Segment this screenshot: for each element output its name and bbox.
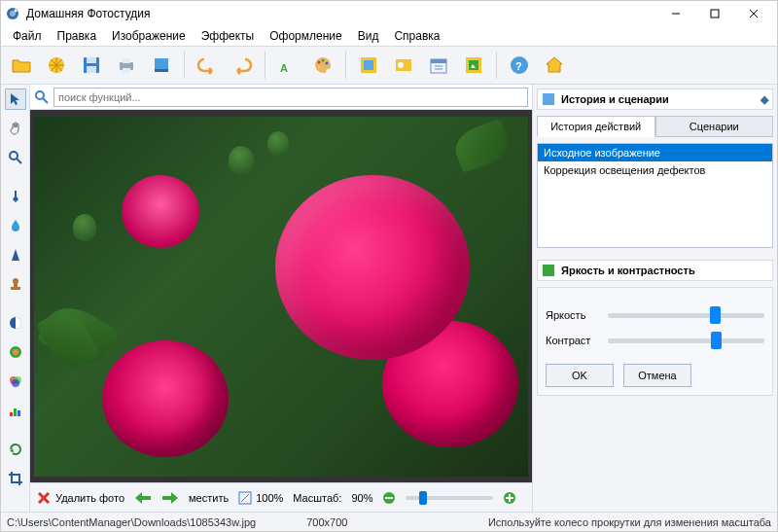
save-button[interactable]	[75, 49, 108, 82]
brush-tool[interactable]	[5, 186, 26, 207]
bottom-bar: Удалить фото местить 100% Масштаб: 90%	[30, 482, 532, 512]
search-input[interactable]	[53, 88, 528, 107]
svg-rect-64	[543, 93, 554, 105]
svg-rect-65	[543, 265, 554, 276]
next-button[interactable]	[161, 491, 179, 505]
menubar: Файл Правка Изображение Эффекты Оформлен…	[1, 26, 777, 46]
menu-file[interactable]: Файл	[5, 27, 50, 45]
brightness-icon	[542, 264, 555, 277]
rotate-tool[interactable]	[5, 439, 26, 460]
svg-marker-56	[162, 492, 178, 504]
levels-tool[interactable]	[5, 400, 26, 421]
effects-button[interactable]	[387, 49, 420, 82]
drop-tool[interactable]	[5, 215, 26, 236]
tab-history[interactable]: История действий	[537, 116, 655, 137]
text-button[interactable]: A	[271, 49, 304, 82]
maximize-button[interactable]	[695, 2, 734, 25]
zoom-out-button[interactable]	[382, 491, 396, 505]
menu-edit[interactable]: Правка	[50, 27, 105, 45]
history-tabs: История действий Сценарии	[537, 116, 773, 137]
workarea: Удалить фото местить 100% Масштаб: 90% И…	[1, 85, 777, 512]
brightness-slider[interactable]	[608, 313, 764, 318]
bc-title: Яркость и контрастность	[561, 265, 695, 276]
ok-button[interactable]: OK	[546, 364, 614, 387]
svg-point-2	[15, 10, 18, 13]
fit-button[interactable]: 100%	[238, 491, 283, 505]
menu-effects[interactable]: Эффекты	[194, 27, 263, 45]
menu-help[interactable]: Справка	[386, 27, 447, 45]
toolbar-divider	[184, 52, 185, 79]
print-button[interactable]	[110, 49, 143, 82]
center-area: Удалить фото местить 100% Масштаб: 90%	[30, 85, 532, 512]
brightness-contrast-panel: Яркость Контраст OK Отмена	[537, 287, 773, 396]
toolbar-divider	[265, 52, 265, 79]
delete-label: Удалить фото	[55, 492, 124, 504]
menu-design[interactable]: Оформление	[262, 27, 349, 45]
export-button[interactable]	[145, 49, 178, 82]
svg-marker-34	[547, 57, 562, 72]
svg-rect-10	[87, 66, 96, 73]
canvas[interactable]	[30, 110, 532, 482]
cancel-button[interactable]: Отмена	[623, 364, 691, 387]
scale-value: 90%	[351, 492, 372, 504]
tab-scenarios[interactable]: Сценарии	[655, 116, 774, 137]
svg-point-35	[10, 152, 18, 160]
svg-rect-30	[469, 60, 478, 70]
menu-image[interactable]: Изображение	[104, 27, 194, 45]
svg-rect-47	[10, 412, 13, 416]
stamp-tool[interactable]	[5, 273, 26, 295]
pin-icon[interactable]: ◆	[760, 93, 768, 106]
zoom-slider[interactable]	[406, 496, 493, 500]
palette-button[interactable]	[306, 49, 339, 82]
fit-label: 100%	[256, 492, 283, 504]
svg-marker-55	[135, 492, 151, 504]
window-title: Домашняя Фотостудия	[26, 7, 656, 20]
minimize-button[interactable]	[656, 2, 695, 25]
open-button[interactable]	[5, 49, 38, 82]
svg-rect-22	[364, 60, 373, 70]
history-item[interactable]: Исходное изображение	[538, 144, 772, 161]
sharpen-tool[interactable]	[5, 244, 26, 266]
svg-point-20	[318, 66, 321, 69]
contrast-tool[interactable]	[5, 312, 26, 334]
svg-point-19	[326, 62, 329, 65]
fit-icon	[238, 491, 252, 505]
hand-tool[interactable]	[5, 118, 26, 139]
history-item[interactable]: Коррекция освещения дефектов	[538, 161, 772, 179]
calendar-button[interactable]	[422, 49, 455, 82]
svg-rect-9	[87, 57, 96, 63]
wizard-button[interactable]	[40, 49, 73, 82]
search-bar	[30, 85, 532, 110]
pointer-tool[interactable]	[5, 89, 26, 110]
svg-line-36	[17, 159, 21, 163]
zoom-tool[interactable]	[5, 147, 26, 168]
svg-point-51	[36, 91, 44, 99]
crop-tool[interactable]	[5, 468, 26, 489]
help-button[interactable]: ?	[503, 49, 536, 82]
menu-view[interactable]: Вид	[350, 27, 387, 45]
svg-point-46	[12, 379, 19, 387]
svg-rect-13	[123, 68, 130, 73]
collage-button[interactable]	[457, 49, 490, 82]
svg-point-24	[398, 62, 404, 68]
bc-header: Яркость и контрастность	[537, 260, 773, 281]
prev-button[interactable]	[134, 491, 152, 505]
color-tool[interactable]	[5, 341, 26, 363]
close-button[interactable]	[734, 2, 773, 25]
frame-button[interactable]	[352, 49, 385, 82]
redo-button[interactable]	[226, 49, 259, 82]
bc-buttons: OK Отмена	[546, 364, 764, 387]
svg-rect-48	[14, 408, 17, 416]
svg-marker-37	[12, 249, 19, 261]
contrast-slider[interactable]	[608, 338, 764, 343]
move-label: местить	[189, 492, 229, 504]
undo-button[interactable]	[191, 49, 224, 82]
zoom-in-button[interactable]	[503, 491, 516, 505]
rgb-tool[interactable]	[5, 371, 26, 392]
svg-text:A: A	[280, 62, 288, 74]
svg-rect-40	[11, 287, 20, 290]
home-button[interactable]	[538, 49, 571, 82]
statusbar: C:\Users\ContentManager\Downloads\108534…	[1, 512, 777, 531]
delete-photo-button[interactable]: Удалить фото	[36, 490, 124, 506]
svg-point-18	[322, 59, 325, 62]
